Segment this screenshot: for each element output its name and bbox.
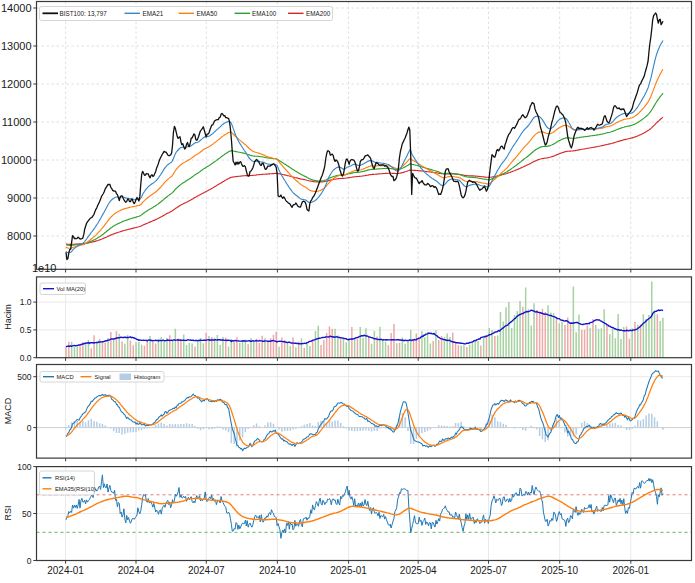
- svg-text:2025-07: 2025-07: [470, 565, 507, 576]
- svg-text:1.0: 1.0: [20, 297, 32, 307]
- svg-text:EMA50: EMA50: [197, 10, 218, 17]
- svg-text:100: 100: [17, 462, 31, 472]
- svg-text:Histogram: Histogram: [134, 374, 161, 380]
- svg-text:2026-01: 2026-01: [612, 565, 649, 576]
- svg-text:10000: 10000: [1, 154, 32, 166]
- svg-text:12000: 12000: [1, 78, 32, 90]
- svg-text:MACD: MACD: [57, 374, 74, 380]
- svg-text:11000: 11000: [2, 116, 32, 128]
- svg-text:EMA35(RSI(10): EMA35(RSI(10): [55, 486, 96, 492]
- svg-text:0: 0: [27, 423, 32, 433]
- svg-text:0.0: 0.0: [20, 353, 32, 363]
- svg-text:EMA21: EMA21: [143, 10, 164, 17]
- svg-text:50: 50: [22, 509, 32, 519]
- svg-text:13000: 13000: [1, 40, 32, 52]
- svg-text:MACD: MACD: [3, 397, 13, 424]
- svg-text:RSI(14): RSI(14): [55, 475, 75, 481]
- svg-text:RSI: RSI: [3, 505, 13, 520]
- svg-text:500: 500: [17, 372, 31, 382]
- svg-text:BIST100: 13,797: BIST100: 13,797: [60, 10, 108, 17]
- svg-text:2024-10: 2024-10: [259, 565, 296, 576]
- svg-text:8000: 8000: [7, 230, 31, 242]
- svg-text:9000: 9000: [7, 192, 31, 204]
- svg-text:0: 0: [27, 556, 32, 566]
- svg-text:2024-07: 2024-07: [188, 565, 225, 576]
- svg-text:2024-04: 2024-04: [118, 565, 155, 576]
- svg-text:EMA200: EMA200: [306, 10, 331, 17]
- svg-text:0.5: 0.5: [20, 325, 32, 335]
- svg-text:2025-04: 2025-04: [400, 565, 437, 576]
- svg-text:14000: 14000: [1, 2, 32, 14]
- svg-text:2024-01: 2024-01: [47, 565, 84, 576]
- svg-text:2025-10: 2025-10: [541, 565, 578, 576]
- svg-text:1e10: 1e10: [32, 262, 56, 274]
- svg-text:EMA100: EMA100: [252, 10, 277, 17]
- svg-text:Vol MA(20): Vol MA(20): [57, 286, 86, 292]
- svg-text:2025-01: 2025-01: [330, 565, 367, 576]
- svg-text:Hacim: Hacim: [3, 304, 13, 330]
- svg-text:Signal: Signal: [95, 374, 111, 380]
